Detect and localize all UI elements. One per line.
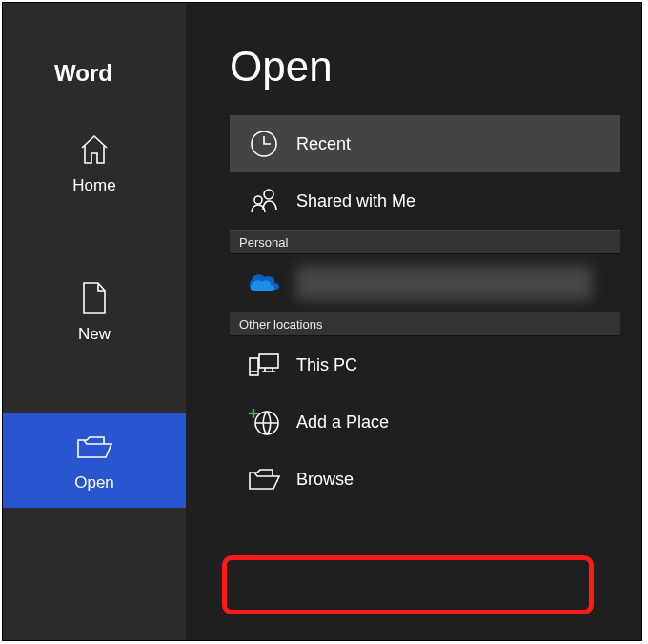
home-icon: [75, 131, 113, 169]
svg-rect-4: [250, 358, 258, 375]
nav-home-label: Home: [72, 176, 115, 195]
nav-new[interactable]: New: [3, 264, 186, 359]
nav-new-label: New: [78, 325, 111, 344]
annotation-highlight: [222, 555, 594, 614]
page-title: Open: [186, 3, 641, 115]
open-folder-icon: [75, 428, 113, 466]
this-pc-label: This PC: [296, 355, 357, 375]
new-document-icon: [75, 279, 113, 317]
svg-rect-3: [259, 354, 278, 368]
nav-home[interactable]: Home: [3, 115, 186, 211]
onedrive-account-name-redacted: [296, 266, 592, 300]
browse-label: Browse: [296, 470, 354, 490]
personal-section-header: Personal: [230, 230, 620, 254]
browse-folder-icon: [243, 460, 285, 498]
clock-icon: [243, 125, 285, 163]
add-place-icon: [243, 403, 285, 441]
this-pc-icon: [243, 346, 285, 384]
recent-location[interactable]: Recent: [230, 115, 620, 172]
shared-with-me-location[interactable]: Shared with Me: [230, 172, 620, 230]
shared-with-me-label: Shared with Me: [296, 191, 415, 211]
this-pc-location[interactable]: This PC: [230, 336, 620, 393]
recent-label: Recent: [296, 134, 351, 154]
app-title: Word: [3, 3, 186, 96]
open-panel: Open Recent: [186, 3, 641, 640]
add-a-place-label: Add a Place: [296, 413, 389, 433]
people-icon: [243, 182, 285, 220]
svg-point-1: [264, 190, 273, 199]
browse-location[interactable]: Browse: [230, 451, 620, 508]
backstage-sidebar: Word Home New: [3, 3, 186, 640]
nav-open[interactable]: Open: [3, 413, 186, 508]
svg-point-2: [254, 196, 262, 204]
onedrive-icon: [243, 264, 285, 302]
nav-open-label: Open: [74, 473, 114, 493]
onedrive-account[interactable]: [230, 254, 620, 312]
other-locations-section-header: Other locations: [230, 312, 620, 336]
add-a-place-location[interactable]: Add a Place: [230, 393, 620, 451]
